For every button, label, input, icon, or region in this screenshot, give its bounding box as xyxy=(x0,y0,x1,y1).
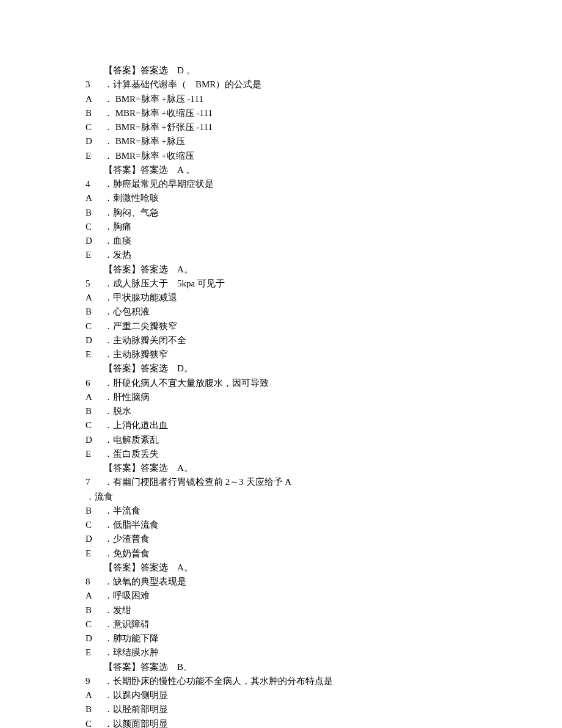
q7-option-a: ．流食 xyxy=(86,490,476,504)
q8-number: 8 xyxy=(86,575,104,589)
option-key: A xyxy=(86,92,104,106)
option-key: A xyxy=(86,291,104,305)
q8-stem: 8 ．缺氧的典型表现是 xyxy=(86,575,476,589)
option-key: A xyxy=(86,688,104,702)
option-key: C xyxy=(86,120,104,134)
q7-number: 7 xyxy=(86,475,104,489)
option-text: ． BMR=脉率 +舒张压 -111 xyxy=(104,120,476,134)
q6-option-e: E ．蛋白质丢失 xyxy=(86,447,476,461)
option-key: B xyxy=(86,106,104,120)
option-key: E xyxy=(86,149,104,163)
option-text: ．脱水 xyxy=(104,404,476,418)
q7-answer: 【答案】答案选 A。 xyxy=(86,561,476,575)
option-text: ．上消化道出血 xyxy=(104,418,476,432)
q4-option-b: B ．胸闷、气急 xyxy=(86,206,476,220)
option-text: ．主动脉瓣狭窄 xyxy=(104,348,476,362)
q6-option-a: A ．肝性脑病 xyxy=(86,390,476,404)
q9-number: 9 xyxy=(86,674,104,688)
q6-option-b: B ．脱水 xyxy=(86,404,476,418)
option-text: ．以胫前部明显 xyxy=(104,702,476,716)
option-key: A xyxy=(86,390,104,404)
option-key: B xyxy=(86,603,104,617)
q4-answer: 【答案】答案选 A。 xyxy=(86,263,476,277)
q3-option-c: C ． BMR=脉率 +舒张压 -111 xyxy=(86,120,476,134)
q8-option-a: A ．呼吸困难 xyxy=(86,589,476,603)
q7-option-b: B ．半流食 xyxy=(86,504,476,518)
option-key: C xyxy=(86,418,104,432)
q9-option-b: B ．以胫前部明显 xyxy=(86,702,476,716)
q6-stem-text: ．肝硬化病人不宜大量放腹水，因可导致 xyxy=(104,376,476,390)
option-text: ．以踝内侧明显 xyxy=(104,688,476,702)
option-key: E xyxy=(86,646,104,660)
option-key: E xyxy=(86,547,104,561)
option-text: ．电解质紊乱 xyxy=(104,433,476,447)
q8-option-c: C ．意识障碍 xyxy=(86,617,476,632)
option-text: ．肺功能下降 xyxy=(104,632,476,646)
q3-number: 3 xyxy=(86,78,104,92)
q8-option-e: E ．球结膜水肿 xyxy=(86,646,476,660)
option-text: ．发绀 xyxy=(104,603,476,617)
option-key: C xyxy=(86,617,104,632)
option-key: D xyxy=(86,532,104,546)
q5-option-d: D ．主动脉瓣关闭不全 xyxy=(86,333,476,348)
option-key: C xyxy=(86,518,104,532)
q9-option-a: A ．以踝内侧明显 xyxy=(86,688,476,702)
q5-number: 5 xyxy=(86,277,104,291)
option-text: ．胸闷、气急 xyxy=(104,206,476,220)
q9-stem-text: ．长期卧床的慢性心功能不全病人，其水肿的分布特点是 xyxy=(104,674,476,688)
option-text: ．甲状腺功能减退 xyxy=(104,291,476,305)
option-key: B xyxy=(86,404,104,418)
option-text: ．免奶普食 xyxy=(104,547,476,561)
q6-option-c: C ．上消化道出血 xyxy=(86,418,476,432)
option-key: C xyxy=(86,717,104,729)
option-text: ．少渣普食 xyxy=(104,532,476,546)
q7-stem: 7 ．有幽门梗阻者行胃镜检查前 2～3 天应给予 A xyxy=(86,475,476,489)
q7-stem-text: ．有幽门梗阻者行胃镜检查前 2～3 天应给予 A xyxy=(104,475,476,489)
option-key: E xyxy=(86,447,104,461)
q7-option-e: E ．免奶普食 xyxy=(86,547,476,561)
option-text: ．球结膜水肿 xyxy=(104,646,476,660)
option-key: B xyxy=(86,504,104,518)
q3-stem-text: ．计算基础代谢率（ BMR）的公式是 xyxy=(104,78,476,92)
option-key: A xyxy=(86,191,104,205)
option-text: ．严重二尖瓣狭窄 xyxy=(104,319,476,333)
option-text: ． BMR=脉率 +脉压 xyxy=(104,134,476,148)
q4-stem: 4 ．肺癌最常见的早期症状是 xyxy=(86,177,476,191)
q4-option-e: E ．发热 xyxy=(86,248,476,262)
option-key: B xyxy=(86,305,104,319)
option-key: D xyxy=(86,234,104,248)
q6-answer: 【答案】答案选 A。 xyxy=(86,461,476,475)
q3-option-a: A ． BMR=脉率 +脉压 -111 xyxy=(86,92,476,106)
q6-number: 6 xyxy=(86,376,104,390)
option-key: D xyxy=(86,632,104,646)
option-key: B xyxy=(86,702,104,716)
option-text: ．半流食 xyxy=(104,504,476,518)
q8-option-b: B ．发绀 xyxy=(86,603,476,617)
q5-option-e: E ．主动脉瓣狭窄 xyxy=(86,348,476,362)
option-text: ． MBR=脉率 +收缩压 -111 xyxy=(104,106,476,120)
option-key: D xyxy=(86,134,104,148)
option-key: C xyxy=(86,319,104,333)
option-key: D xyxy=(86,333,104,348)
q9-option-c: C ．以颜面部明显 xyxy=(86,717,476,729)
q3-option-d: D ． BMR=脉率 +脉压 xyxy=(86,134,476,148)
q6-stem: 6 ．肝硬化病人不宜大量放腹水，因可导致 xyxy=(86,376,476,390)
q9-stem: 9 ．长期卧床的慢性心功能不全病人，其水肿的分布特点是 xyxy=(86,674,476,688)
option-key: B xyxy=(86,206,104,220)
option-text: ．刺激性呛咳 xyxy=(104,191,476,205)
q7-option-d: D ．少渣普食 xyxy=(86,532,476,546)
option-text: ．低脂半流食 xyxy=(104,518,476,532)
option-text: ．血痰 xyxy=(104,234,476,248)
q2-answer: 【答案】答案选 D 。 xyxy=(86,64,476,78)
option-text: ．意识障碍 xyxy=(104,617,476,632)
option-key: A xyxy=(86,589,104,603)
option-text: ． BMR=脉率 +收缩压 xyxy=(104,149,476,163)
q8-answer: 【答案】答案选 B。 xyxy=(86,660,476,674)
document-page: 【答案】答案选 D 。 3 ．计算基础代谢率（ BMR）的公式是 A ． BMR… xyxy=(0,0,476,728)
q6-option-d: D ．电解质紊乱 xyxy=(86,433,476,447)
q5-option-b: B ．心包积液 xyxy=(86,305,476,319)
q3-answer: 【答案】答案选 A 。 xyxy=(86,163,476,177)
option-text: ．肝性脑病 xyxy=(104,390,476,404)
option-text: ．呼吸困难 xyxy=(104,589,476,603)
option-text: ．心包积液 xyxy=(104,305,476,319)
